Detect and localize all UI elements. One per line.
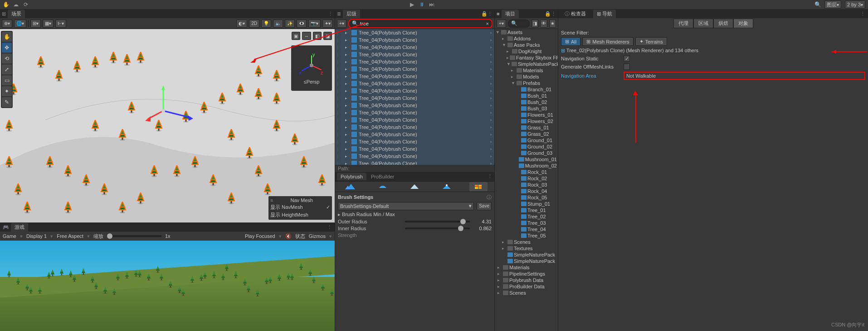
scene-tree[interactable] (299, 156, 308, 169)
hierarchy-item[interactable]: |▸Tree_04(Polybrush Clone)▸ (335, 65, 494, 73)
gizmos-button[interactable]: Gizmos (309, 233, 326, 239)
scene-tree[interactable] (190, 156, 200, 169)
areas-tab[interactable]: 区域 (693, 19, 713, 28)
custom-tool[interactable]: ✎ (2, 97, 12, 107)
handle-button[interactable]: 🌐▾ (14, 20, 26, 28)
project-node[interactable]: Bush_03 (495, 105, 558, 112)
project-node[interactable]: ▼Asse Packs (495, 42, 558, 48)
scene-tree[interactable] (254, 65, 263, 78)
scene-tree[interactable] (91, 56, 100, 69)
rect-tool[interactable]: ▭ (2, 75, 12, 85)
create-button[interactable]: +▾ (337, 20, 346, 28)
polybrush-tab[interactable]: Polybrush (337, 173, 366, 180)
project-tree[interactable]: ▼Assets ▸Addons▼Asse Packs▸DogKnight▸Fan… (495, 29, 558, 331)
scene-tree[interactable] (263, 183, 272, 196)
project-node[interactable]: Rock_05 (495, 194, 558, 201)
scale-slider[interactable] (107, 235, 161, 237)
project-node[interactable]: ▸Textures (495, 245, 558, 252)
hierarchy-tab[interactable]: 层级 (343, 10, 360, 18)
scene-tree[interactable] (236, 84, 245, 96)
move-gizmo[interactable] (145, 84, 200, 129)
camera-button[interactable]: 📷▾ (308, 20, 321, 28)
inspector-tab[interactable]: ⓘ 检查器 (561, 10, 590, 18)
scene-tree[interactable] (54, 70, 63, 83)
hierarchy-item[interactable]: |▸Tree_04(Polybrush Clone)▸ (335, 44, 494, 51)
hierarchy-item[interactable]: |▸Tree_04(Polybrush Clone)▸ (335, 80, 494, 87)
hierarchy-item[interactable]: |▸Tree_04(Polybrush Clone)▸ (335, 29, 494, 36)
scene-tree[interactable] (118, 129, 127, 142)
transform-tool[interactable]: ✦ (2, 86, 12, 96)
hidden-button[interactable]: 👁‍🗨 (297, 20, 307, 28)
lock-icon[interactable]: 🔒 (481, 11, 488, 17)
scene-tree[interactable] (82, 174, 91, 187)
project-node[interactable]: Grass_01 (495, 124, 558, 131)
play-focused[interactable]: Play Focused (245, 233, 275, 239)
hierarchy-item[interactable]: |▸Tree_04(Polybrush Clone)▸ (335, 153, 494, 160)
persp-label[interactable]: ≤Persp (304, 79, 320, 84)
menu-icon[interactable]: ⋮ (488, 11, 493, 17)
project-node[interactable]: Rock_04 (495, 188, 558, 194)
nav-static-checkbox[interactable]: ✓ (624, 55, 630, 62)
project-node[interactable]: ▸Scenes (495, 290, 558, 296)
scene-tree[interactable] (272, 93, 281, 105)
scene-tree[interactable] (172, 165, 181, 178)
project-node[interactable]: SimpleNaturePack (495, 258, 558, 264)
hierarchy-item[interactable]: |▸Tree_04(Polybrush Clone)▸ (335, 116, 494, 124)
play-icon[interactable]: ▶ (409, 1, 415, 8)
increment-button[interactable]: ⊩▾ (55, 20, 66, 28)
scene-tree[interactable] (200, 102, 209, 114)
mute-icon[interactable]: 🔇 (285, 233, 292, 239)
scene-tree[interactable] (290, 133, 299, 146)
pivot-button[interactable]: ⊕▾ (2, 20, 12, 28)
clear-search[interactable]: × (486, 21, 489, 26)
scene-tree[interactable] (209, 174, 218, 187)
project-node[interactable]: ▸Addons (495, 35, 558, 42)
visibility-icon[interactable]: 👁 (540, 20, 547, 28)
probuilder-tab[interactable]: ProBuilder (367, 173, 398, 180)
smooth-icon[interactable] (374, 182, 392, 191)
menu-icon[interactable]: ⋮ (327, 224, 332, 230)
scene-tree[interactable] (150, 165, 159, 178)
project-node[interactable]: ▸DogKnight (495, 48, 558, 54)
scene-tree[interactable] (45, 156, 54, 169)
hierarchy-item[interactable]: |▸Tree_04(Polybrush Clone)▸ (335, 138, 494, 145)
project-node[interactable]: SimpleNaturePack (495, 252, 558, 258)
scene-tab[interactable]: 场景 (8, 10, 25, 18)
project-node[interactable]: Tree_05 (495, 232, 558, 239)
project-node[interactable]: ▼SimpleNaturePack (495, 61, 558, 67)
create-button[interactable]: +▾ (497, 20, 506, 28)
project-node[interactable]: ▸PipelineSettings (495, 271, 558, 277)
hierarchy-item[interactable]: |▸Tree_04(Polybrush Clone)▸ (335, 58, 494, 65)
sculpt-icon[interactable] (342, 182, 360, 191)
project-node[interactable]: Tree_02 (495, 213, 558, 220)
project-node[interactable]: Rock_01 (495, 169, 558, 175)
show-navmesh-check[interactable]: ✓ (326, 204, 330, 210)
project-node[interactable]: Tree_03 (495, 220, 558, 226)
menu-icon[interactable]: ⋮ (860, 11, 865, 17)
scene-tree[interactable] (100, 183, 109, 196)
project-node[interactable]: ▸Materials (495, 264, 558, 271)
inner-radius-slider[interactable] (405, 227, 470, 229)
nav-area-dropdown[interactable]: Not Walkable (624, 72, 865, 80)
hierarchy-item[interactable]: |▸Tree_04(Polybrush Clone)▸ (335, 131, 494, 138)
history-icon[interactable]: ⟳ (23, 1, 29, 8)
scene-tree[interactable] (127, 102, 136, 114)
project-tab[interactable]: 项目 (502, 10, 519, 18)
cloud-icon[interactable]: ☁ (13, 1, 19, 8)
texture-icon[interactable] (469, 182, 488, 191)
overlay-move-icon[interactable]: ↔ (302, 32, 311, 40)
navigation-tab[interactable]: ⊞ 导航 (593, 10, 616, 18)
brush-info-icon[interactable]: ⓘ (487, 194, 492, 201)
project-node[interactable]: Tree_01 (495, 207, 558, 213)
filter-terrain[interactable]: ✦ Terrains (635, 37, 667, 46)
filter-all[interactable]: ⊞ All (561, 37, 580, 46)
project-node[interactable]: ▸Polybrush Data (495, 277, 558, 283)
project-node[interactable]: Flowers_01 (495, 112, 558, 118)
project-node[interactable]: Grass_02 (495, 131, 558, 137)
lock-icon[interactable]: 🔒 (545, 11, 551, 17)
project-node[interactable]: Ground_02 (495, 143, 558, 150)
scene-tree[interactable] (23, 202, 32, 214)
offmesh-checkbox[interactable] (624, 64, 630, 70)
hierarchy-list[interactable]: |▸Tree_04(Polybrush Clone)▸|▸Tree_04(Pol… (335, 29, 494, 165)
grid-snap-button[interactable]: ⊞▾ (30, 20, 41, 28)
